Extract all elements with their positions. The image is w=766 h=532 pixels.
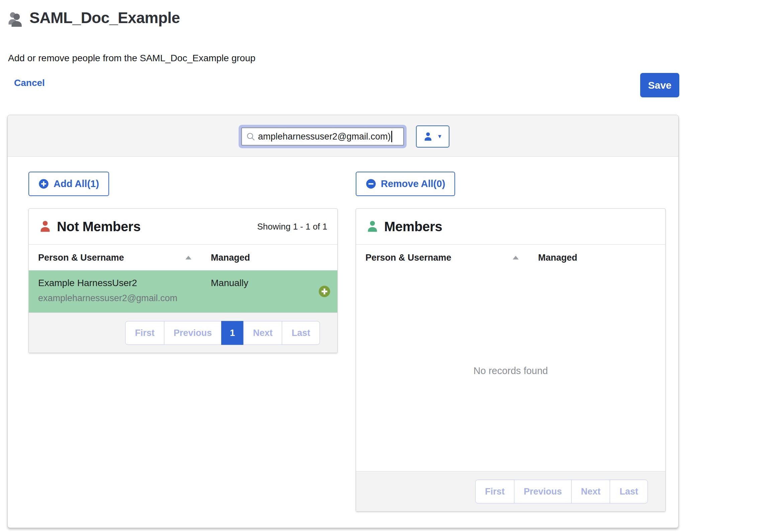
save-button[interactable]: Save [640, 73, 679, 97]
row-person-name: Example HarnessUser2 [38, 278, 137, 288]
remove-all-label: Remove All(0) [381, 178, 445, 189]
not-members-header: Not Members Showing 1 - 1 of 1 [29, 209, 337, 244]
plus-badge-icon [318, 285, 331, 298]
add-all-button[interactable]: Add All(1) [28, 172, 109, 196]
group-icon [7, 11, 24, 28]
sort-asc-icon[interactable] [185, 256, 191, 259]
person-icon [423, 131, 433, 142]
minus-circle-icon [366, 179, 376, 189]
page-title: SAML_Doc_Example [29, 9, 180, 27]
add-person-button[interactable] [318, 285, 331, 298]
search-input[interactable]: ampleharnessuser2@gmail.com) [241, 127, 404, 146]
pagination-previous-button[interactable]: Previous [514, 479, 572, 503]
column-person-username[interactable]: Person & Username [365, 252, 451, 263]
row-managed-value: Manually [211, 278, 248, 288]
person-icon-red [39, 220, 52, 233]
pagination-previous-button[interactable]: Previous [164, 321, 222, 345]
table-row[interactable]: Example HarnessUser2 exampleharnessuser2… [29, 270, 337, 313]
page-subtitle: Add or remove people from the SAML_Doc_E… [8, 53, 255, 64]
not-members-footer: First Previous 1 Next Last [29, 313, 337, 353]
remove-all-button[interactable]: Remove All(0) [356, 172, 455, 196]
group-membership-panel: ampleharnessuser2@gmail.com) ▼ Add All(1… [7, 115, 679, 528]
person-icon-green [366, 220, 379, 233]
pagination-last-button[interactable]: Last [282, 321, 320, 345]
search-input-value: ampleharnessuser2@gmail.com) [258, 131, 391, 142]
not-members-card: Not Members Showing 1 - 1 of 1 Person & … [28, 208, 338, 353]
members-pagination: First Previous Next Last [475, 479, 648, 503]
pagination-first-button[interactable]: First [475, 479, 514, 503]
column-managed[interactable]: Managed [538, 252, 577, 263]
search-toolbar: ampleharnessuser2@gmail.com) ▼ [8, 115, 678, 157]
pagination-next-button[interactable]: Next [243, 321, 282, 345]
members-table-header: Person & Username Managed [356, 244, 665, 270]
add-all-label: Add All(1) [54, 178, 99, 189]
pagination-last-button[interactable]: Last [610, 479, 648, 503]
empty-state-message: No records found [356, 270, 665, 471]
cancel-link[interactable]: Cancel [14, 78, 45, 88]
text-caret [391, 131, 392, 142]
members-footer: First Previous Next Last [356, 471, 665, 511]
not-members-title: Not Members [57, 219, 141, 234]
members-card: Members Person & Username Managed No rec… [356, 208, 666, 512]
sort-asc-icon[interactable] [513, 256, 519, 259]
members-title: Members [384, 219, 442, 234]
search-icon [246, 132, 255, 141]
search-focus-ring: ampleharnessuser2@gmail.com) [239, 125, 407, 148]
pagination-next-button[interactable]: Next [571, 479, 610, 503]
search-filter-dropdown[interactable]: ▼ [416, 125, 449, 148]
showing-count: Showing 1 - 1 of 1 [257, 221, 327, 232]
plus-circle-icon [38, 179, 49, 189]
not-members-table-header: Person & Username Managed [29, 244, 337, 270]
column-managed[interactable]: Managed [211, 252, 250, 263]
pagination-page-1-button[interactable]: 1 [221, 321, 244, 345]
not-members-pagination: First Previous 1 Next Last [125, 321, 320, 345]
members-header: Members [356, 209, 665, 244]
row-username: exampleharnessuser2@gmail.com [38, 293, 177, 303]
chevron-down-icon: ▼ [437, 134, 442, 140]
pagination-first-button[interactable]: First [125, 321, 164, 345]
column-person-username[interactable]: Person & Username [38, 252, 124, 263]
